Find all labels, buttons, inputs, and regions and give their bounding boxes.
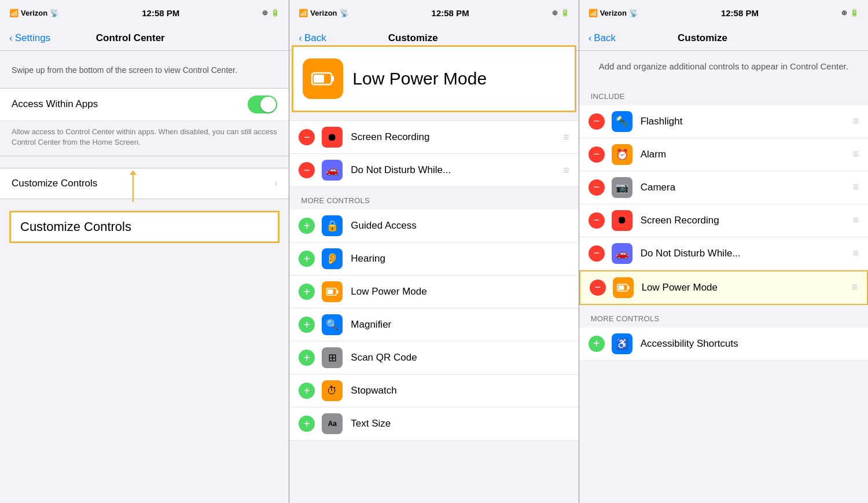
more-controls-header-p3: MORE CONTROLS [579,305,868,328]
plus-button-scan-qr[interactable]: + [299,350,315,366]
include-header: INCLUDE [579,83,868,105]
settings-icon: ⊕ [262,9,268,17]
time-1: 12:58 PM [142,8,179,18]
plus-button-low-power[interactable]: + [299,284,315,300]
screen-recording-label: Screen Recording [351,131,558,143]
dnd-label-p3: Do Not Disturb While... [641,248,848,259]
drag-handle-dnd[interactable]: ≡ [563,164,569,177]
nav-title-2: Customize [292,32,535,44]
panel-2-customize: 📶 Verizon 📡 12:58 PM ⊕ 🔋 ‹ Back Customiz… [289,0,579,503]
scan-qr-label: Scan QR Code [351,352,569,364]
nav-title-3: Customize [581,32,824,44]
list-item-dnd-p3: − 🚗 Do Not Disturb While... ≡ [579,237,868,270]
low-power-large-icon [303,58,343,99]
minus-button-camera[interactable]: − [589,179,605,196]
settings-description: Swipe up from the bottom of the screen t… [0,60,289,88]
access-within-apps-toggle[interactable] [248,96,277,113]
minus-button-screen-recording-p3[interactable]: − [589,212,605,229]
toggle-description: Allow access to Control Center within ap… [12,127,277,146]
signal-icon: 📶 [9,9,19,17]
access-within-apps-group: Access Within Apps Allow access to Contr… [0,88,289,156]
plus-button-hearing[interactable]: + [299,251,315,267]
more-controls-header-2: MORE CONTROLS [289,187,578,210]
customize-controls-chevron: › [274,178,277,189]
scan-qr-icon: ⊞ [322,347,343,368]
svg-rect-9 [627,286,629,289]
nav-title-1: Control Center [16,32,245,44]
drag-handle-dnd-p3[interactable]: ≡ [852,247,859,259]
accessibility-label: Accessibility Shortcuts [641,338,859,350]
battery-icon: 🔋 [271,9,279,17]
list-item-scan-qr: + ⊞ Scan QR Code [289,342,578,375]
minus-button-flashlight[interactable]: − [589,113,605,130]
callout-arrow [104,170,162,205]
signal-icon-2: 📶 [299,9,308,17]
svg-rect-10 [618,285,624,290]
text-size-icon: Aa [322,413,343,434]
hearing-icon: 👂 [322,248,343,269]
screen-recording-icon-p3: ⏺ [612,210,632,231]
panel-1-control-center: 📶 Verizon 📡 12:58 PM ⊕ 🔋 ‹ Settings Cont… [0,0,289,503]
include-list-body: INCLUDE − 🔦 Flashlight ≡ − ⏰ Alarm ≡ − 📷… [579,83,868,504]
list-item-guided-access: + 🔒 Guided Access [289,210,578,243]
list-item-flashlight: − 🔦 Flashlight ≡ [579,105,868,138]
drag-handle-screen-recording-p3[interactable]: ≡ [852,214,859,226]
nav-bar-3: ‹ Back Customize [579,25,868,51]
panel-3-customize-include: 📶 Verizon 📡 12:58 PM ⊕ 🔋 ‹ Back Customiz… [579,0,868,503]
camera-icon: 📷 [612,177,632,198]
carrier-3: 📶 Verizon 📡 [589,9,638,17]
status-icons-3: ⊕ 🔋 [841,9,859,17]
plus-button-stopwatch[interactable]: + [299,383,315,399]
settings-icon-3: ⊕ [841,9,847,17]
minus-button-dnd-p3[interactable]: − [589,245,605,262]
customize-list-body: − ⏺ Screen Recording ≡ − 🚗 Do Not Distur… [289,51,578,503]
list-item-text-size: + Aa Text Size [289,407,578,440]
drag-handle-camera[interactable]: ≡ [852,181,859,193]
screen-recording-icon: ⏺ [322,127,343,148]
signal-icon-3: 📶 [589,9,598,17]
minus-button-alarm[interactable]: − [589,146,605,163]
drag-handle-alarm[interactable]: ≡ [852,148,859,160]
plus-button-magnifier[interactable]: + [299,317,315,333]
minus-button-screen-recording[interactable]: − [299,129,315,145]
minus-button-low-power-p3[interactable]: − [590,280,606,296]
svg-rect-3 [332,76,334,82]
flashlight-icon: 🔦 [612,111,632,132]
carrier-1: 📶 Verizon 📡 [9,9,59,17]
list-item-camera: − 📷 Camera ≡ [579,171,868,204]
carrier-2: 📶 Verizon 📡 [299,9,348,17]
time-3: 12:58 PM [721,8,759,18]
magnifier-label: Magnifier [351,319,569,331]
low-power-icon [322,281,343,302]
battery-icon-2: 🔋 [561,9,569,17]
access-within-apps-row: Access Within Apps [0,89,289,121]
status-bar-1: 📶 Verizon 📡 12:58 PM ⊕ 🔋 [0,0,289,25]
plus-button-text-size[interactable]: + [299,416,315,432]
plus-button-accessibility[interactable]: + [589,336,605,352]
low-power-large-label: Low Power Mode [352,69,487,89]
svg-rect-4 [314,75,324,83]
list-item-screen-recording-p3: − ⏺ Screen Recording ≡ [579,204,868,237]
plus-button-guided-access[interactable]: + [299,218,315,234]
drag-handle-flashlight[interactable]: ≡ [852,115,859,127]
low-power-highlight: Low Power Mode [292,45,576,112]
drag-handle-low-power-p3[interactable]: ≡ [851,281,858,293]
settings-icon-2: ⊕ [552,9,558,17]
accessibility-icon: ♿ [612,333,632,354]
access-within-apps-label: Access Within Apps [12,98,248,110]
minus-button-dnd[interactable]: − [299,162,315,178]
status-icons-2: ⊕ 🔋 [552,9,569,17]
nav-bar-1: ‹ Settings Control Center [0,25,289,51]
magnifier-icon: 🔍 [322,314,343,335]
list-item-hearing: + 👂 Hearing [289,243,578,276]
list-item-screen-recording-include: − ⏺ Screen Recording ≡ [289,120,578,154]
text-size-label: Text Size [351,418,569,429]
include-description: Add and organize additional controls to … [579,51,868,83]
status-bar-2: 📶 Verizon 📡 12:58 PM ⊕ 🔋 [289,0,578,25]
dnd-icon-p3: 🚗 [612,243,632,264]
stopwatch-icon: ⏱ [322,380,343,401]
low-power-label-p3: Low Power Mode [642,282,847,293]
wifi-icon-3: 📡 [629,9,638,17]
drag-handle-screen-recording[interactable]: ≡ [563,131,569,144]
svg-rect-7 [328,289,333,294]
